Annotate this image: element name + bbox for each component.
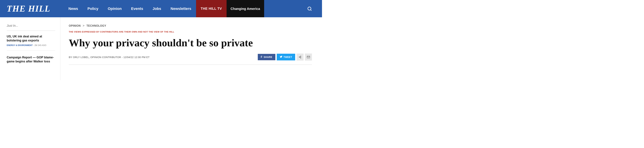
sidebar: Just In... US, UK ink deal aimed at bols… bbox=[0, 17, 60, 80]
main-article: OPINION > TECHNOLOGY THE VIEWS EXPRESSED… bbox=[60, 17, 322, 80]
sidebar-article-1: US, UK ink deal aimed at bolstering gas … bbox=[7, 34, 55, 51]
main-nav: News Policy Opinion Events Jobs Newslett… bbox=[64, 0, 315, 17]
nav-item-news[interactable]: News bbox=[64, 0, 83, 17]
svg-point-2 bbox=[300, 56, 301, 57]
svg-line-5 bbox=[300, 57, 300, 58]
sidebar-article-title-1[interactable]: US, UK ink deal aimed at bolstering gas … bbox=[7, 34, 55, 42]
sidebar-article-meta-1: ENERGY & ENVIRONMENT - 2M 24S AGO bbox=[7, 44, 55, 46]
nav-item-hill-tv[interactable]: THE HILL TV bbox=[196, 0, 226, 17]
article-meta-row: BY ORLY LOBEL, OPINION CONTRIBUTOR - 12/… bbox=[69, 54, 312, 60]
article-divider bbox=[69, 64, 312, 65]
content-wrapper: Just In... US, UK ink deal aimed at bols… bbox=[0, 17, 322, 80]
sidebar-article-title-2[interactable]: Campaign Report — GOP blame-game begins … bbox=[7, 55, 55, 64]
nav-item-events[interactable]: Events bbox=[126, 0, 148, 17]
site-header: THE HILL News Policy Opinion Events Jobs… bbox=[0, 0, 322, 17]
share-icon-button[interactable] bbox=[296, 54, 304, 60]
nav-item-jobs[interactable]: Jobs bbox=[148, 0, 166, 17]
sidebar-article-2: Campaign Report — GOP blame-game begins … bbox=[7, 55, 55, 69]
twitter-share-button[interactable]: TWEET bbox=[277, 54, 295, 60]
svg-point-3 bbox=[299, 57, 300, 58]
nav-item-changing-america[interactable]: Changing America bbox=[226, 0, 264, 17]
breadcrumb: OPINION > TECHNOLOGY bbox=[69, 24, 312, 28]
email-icon-button[interactable] bbox=[305, 54, 312, 60]
social-buttons: f SHARE TWEET bbox=[258, 54, 312, 60]
twitter-share-label: TWEET bbox=[284, 56, 292, 58]
facebook-share-label: SHARE bbox=[264, 56, 272, 58]
twitter-icon bbox=[280, 55, 282, 59]
breadcrumb-section[interactable]: OPINION bbox=[69, 24, 81, 27]
article-byline: BY ORLY LOBEL, OPINION CONTRIBUTOR - 12/… bbox=[69, 56, 150, 58]
article-disclaimer: THE VIEWS EXPRESSED BY CONTRIBUTORS ARE … bbox=[69, 30, 312, 33]
search-icon[interactable] bbox=[304, 6, 315, 11]
site-logo[interactable]: THE HILL bbox=[7, 4, 50, 14]
nav-item-newsletters[interactable]: Newsletters bbox=[166, 0, 196, 17]
sidebar-article-category-1[interactable]: ENERGY & ENVIRONMENT bbox=[7, 44, 32, 46]
just-in-label: Just In... bbox=[7, 24, 55, 28]
facebook-share-button[interactable]: f SHARE bbox=[258, 54, 276, 60]
sidebar-article-time-1: - 2M 24S AGO bbox=[33, 44, 46, 46]
article-title: Why your privacy shouldn't be so private bbox=[69, 37, 270, 48]
svg-line-1 bbox=[310, 10, 311, 10]
nav-item-policy[interactable]: Policy bbox=[83, 0, 103, 17]
breadcrumb-separator: > bbox=[83, 24, 84, 28]
sidebar-divider bbox=[7, 30, 55, 31]
breadcrumb-category[interactable]: TECHNOLOGY bbox=[86, 24, 106, 27]
svg-point-4 bbox=[300, 58, 301, 58]
facebook-icon: f bbox=[261, 56, 262, 58]
svg-line-6 bbox=[300, 56, 300, 57]
nav-item-opinion[interactable]: Opinion bbox=[103, 0, 126, 17]
